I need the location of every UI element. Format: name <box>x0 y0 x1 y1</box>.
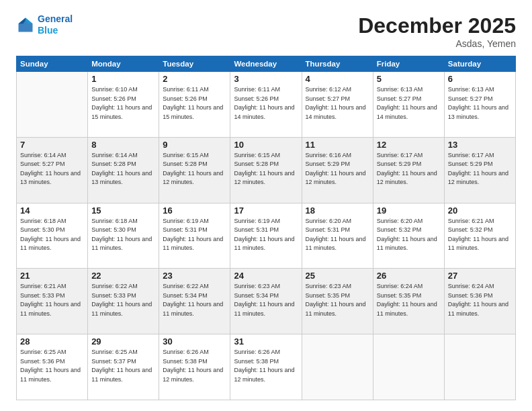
day-number: 22 <box>91 271 155 281</box>
day-number: 14 <box>20 205 84 216</box>
day-number: 11 <box>306 140 369 150</box>
calendar-cell: 31Sunrise: 6:26 AMSunset: 5:38 PMDayligh… <box>230 334 302 400</box>
day-number: 28 <box>20 336 84 347</box>
day-info: Sunrise: 6:23 AMSunset: 5:35 PMDaylight:… <box>306 282 369 318</box>
day-number: 5 <box>377 74 441 84</box>
calendar-week-2: 7Sunrise: 6:14 AMSunset: 5:27 PMDaylight… <box>17 137 516 203</box>
day-info: Sunrise: 6:20 AMSunset: 5:32 PMDaylight:… <box>377 217 441 253</box>
calendar-cell <box>17 72 88 138</box>
calendar-week-1: 1Sunrise: 6:10 AMSunset: 5:26 PMDaylight… <box>17 72 516 138</box>
day-info: Sunrise: 6:21 AMSunset: 5:33 PMDaylight:… <box>20 282 84 318</box>
header-friday: Friday <box>373 56 444 72</box>
calendar-cell: 2Sunrise: 6:11 AMSunset: 5:26 PMDaylight… <box>159 72 230 138</box>
day-info: Sunrise: 6:24 AMSunset: 5:36 PMDaylight:… <box>448 282 512 318</box>
day-info: Sunrise: 6:18 AMSunset: 5:30 PMDaylight:… <box>20 217 84 253</box>
day-info: Sunrise: 6:19 AMSunset: 5:31 PMDaylight:… <box>234 217 298 253</box>
calendar-cell: 14Sunrise: 6:18 AMSunset: 5:30 PMDayligh… <box>17 203 88 269</box>
calendar-cell: 3Sunrise: 6:11 AMSunset: 5:26 PMDaylight… <box>230 72 302 138</box>
calendar-cell: 21Sunrise: 6:21 AMSunset: 5:33 PMDayligh… <box>17 269 88 334</box>
day-number: 25 <box>306 271 369 281</box>
day-info: Sunrise: 6:22 AMSunset: 5:34 PMDaylight:… <box>163 282 226 318</box>
day-number: 18 <box>306 205 369 216</box>
day-number: 20 <box>448 205 512 216</box>
logo-icon <box>16 15 35 34</box>
day-info: Sunrise: 6:12 AMSunset: 5:27 PMDaylight:… <box>306 85 369 122</box>
calendar-cell: 30Sunrise: 6:26 AMSunset: 5:38 PMDayligh… <box>159 334 230 400</box>
calendar-cell <box>302 334 373 400</box>
calendar-week-4: 21Sunrise: 6:21 AMSunset: 5:33 PMDayligh… <box>17 269 516 334</box>
logo-text: General Blue <box>38 13 73 36</box>
calendar-cell: 27Sunrise: 6:24 AMSunset: 5:36 PMDayligh… <box>444 269 515 334</box>
logo-line1: General <box>38 13 73 24</box>
day-number: 10 <box>234 140 298 150</box>
calendar-cell: 20Sunrise: 6:21 AMSunset: 5:32 PMDayligh… <box>444 203 515 269</box>
day-number: 3 <box>234 74 298 84</box>
day-number: 6 <box>448 74 512 84</box>
day-info: Sunrise: 6:10 AMSunset: 5:26 PMDaylight:… <box>91 85 155 122</box>
calendar-cell: 12Sunrise: 6:17 AMSunset: 5:29 PMDayligh… <box>373 137 444 203</box>
day-info: Sunrise: 6:26 AMSunset: 5:38 PMDaylight:… <box>234 348 298 384</box>
calendar-cell: 19Sunrise: 6:20 AMSunset: 5:32 PMDayligh… <box>373 203 444 269</box>
calendar-cell: 10Sunrise: 6:15 AMSunset: 5:28 PMDayligh… <box>230 137 302 203</box>
calendar-cell: 22Sunrise: 6:22 AMSunset: 5:33 PMDayligh… <box>88 269 159 334</box>
day-number: 8 <box>91 140 155 150</box>
day-info: Sunrise: 6:24 AMSunset: 5:35 PMDaylight:… <box>377 282 441 318</box>
month-title: December 2025 <box>358 13 516 38</box>
day-info: Sunrise: 6:17 AMSunset: 5:29 PMDaylight:… <box>377 151 441 187</box>
calendar-cell: 17Sunrise: 6:19 AMSunset: 5:31 PMDayligh… <box>230 203 302 269</box>
day-number: 17 <box>234 205 298 216</box>
day-info: Sunrise: 6:25 AMSunset: 5:36 PMDaylight:… <box>20 348 84 384</box>
day-info: Sunrise: 6:25 AMSunset: 5:37 PMDaylight:… <box>91 348 155 384</box>
day-number: 27 <box>448 271 512 281</box>
day-number: 13 <box>448 140 512 150</box>
page: General Blue December 2025 Asdas, Yemen … <box>0 0 532 411</box>
calendar-week-3: 14Sunrise: 6:18 AMSunset: 5:30 PMDayligh… <box>17 203 516 269</box>
day-number: 16 <box>163 205 226 216</box>
day-info: Sunrise: 6:15 AMSunset: 5:28 PMDaylight:… <box>234 151 298 187</box>
calendar-cell: 8Sunrise: 6:14 AMSunset: 5:28 PMDaylight… <box>88 137 159 203</box>
calendar-cell: 18Sunrise: 6:20 AMSunset: 5:31 PMDayligh… <box>302 203 373 269</box>
header: General Blue December 2025 Asdas, Yemen <box>16 13 516 49</box>
day-info: Sunrise: 6:21 AMSunset: 5:32 PMDaylight:… <box>448 217 512 253</box>
calendar-cell: 6Sunrise: 6:13 AMSunset: 5:27 PMDaylight… <box>444 72 515 138</box>
day-number: 29 <box>91 336 155 347</box>
day-info: Sunrise: 6:11 AMSunset: 5:26 PMDaylight:… <box>163 85 226 122</box>
calendar-cell <box>373 334 444 400</box>
calendar-cell: 1Sunrise: 6:10 AMSunset: 5:26 PMDaylight… <box>88 72 159 138</box>
logo-line2: Blue <box>38 25 58 36</box>
calendar: Sunday Monday Tuesday Wednesday Thursday… <box>16 56 516 400</box>
calendar-cell: 4Sunrise: 6:12 AMSunset: 5:27 PMDaylight… <box>302 72 373 138</box>
day-number: 21 <box>20 271 84 281</box>
day-number: 1 <box>91 74 155 84</box>
day-info: Sunrise: 6:22 AMSunset: 5:33 PMDaylight:… <box>91 282 155 318</box>
day-number: 4 <box>306 74 369 84</box>
location: Asdas, Yemen <box>358 38 516 49</box>
calendar-cell: 28Sunrise: 6:25 AMSunset: 5:36 PMDayligh… <box>17 334 88 400</box>
header-tuesday: Tuesday <box>159 56 230 72</box>
day-number: 24 <box>234 271 298 281</box>
calendar-cell: 29Sunrise: 6:25 AMSunset: 5:37 PMDayligh… <box>88 334 159 400</box>
day-info: Sunrise: 6:11 AMSunset: 5:26 PMDaylight:… <box>234 85 298 122</box>
day-number: 19 <box>377 205 441 216</box>
day-info: Sunrise: 6:16 AMSunset: 5:29 PMDaylight:… <box>306 151 369 187</box>
logo: General Blue <box>16 13 73 36</box>
day-number: 2 <box>163 74 226 84</box>
day-info: Sunrise: 6:14 AMSunset: 5:27 PMDaylight:… <box>20 151 84 187</box>
calendar-week-5: 28Sunrise: 6:25 AMSunset: 5:36 PMDayligh… <box>17 334 516 400</box>
day-number: 7 <box>20 140 84 150</box>
header-saturday: Saturday <box>444 56 515 72</box>
calendar-cell: 7Sunrise: 6:14 AMSunset: 5:27 PMDaylight… <box>17 137 88 203</box>
header-wednesday: Wednesday <box>230 56 302 72</box>
calendar-header-row: Sunday Monday Tuesday Wednesday Thursday… <box>17 56 516 72</box>
day-number: 15 <box>91 205 155 216</box>
day-info: Sunrise: 6:18 AMSunset: 5:30 PMDaylight:… <box>91 217 155 253</box>
calendar-cell: 26Sunrise: 6:24 AMSunset: 5:35 PMDayligh… <box>373 269 444 334</box>
header-monday: Monday <box>88 56 159 72</box>
calendar-cell <box>444 334 515 400</box>
day-info: Sunrise: 6:23 AMSunset: 5:34 PMDaylight:… <box>234 282 298 318</box>
day-info: Sunrise: 6:17 AMSunset: 5:29 PMDaylight:… <box>448 151 512 187</box>
day-info: Sunrise: 6:14 AMSunset: 5:28 PMDaylight:… <box>91 151 155 187</box>
title-block: December 2025 Asdas, Yemen <box>358 13 516 49</box>
day-number: 31 <box>234 336 298 347</box>
day-number: 9 <box>163 140 226 150</box>
